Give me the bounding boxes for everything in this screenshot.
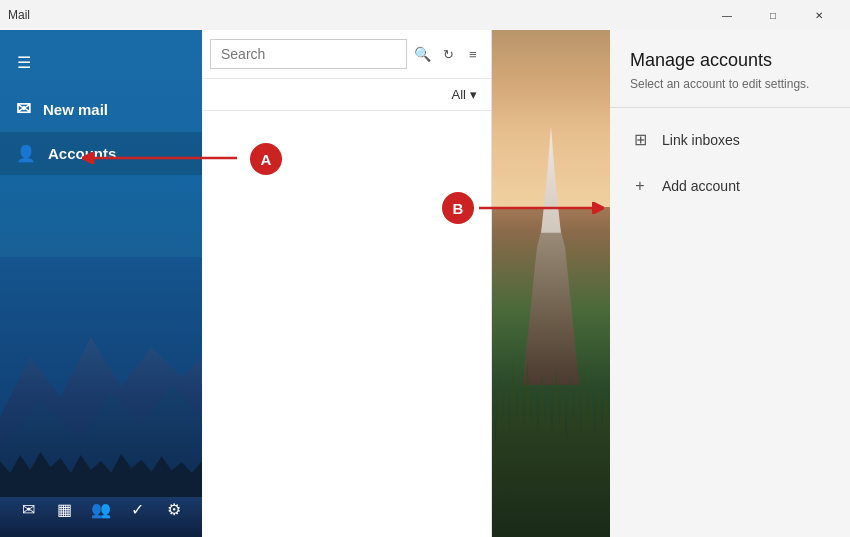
sidebar: ☰ ✉ New mail 👤 Accounts ✉ ▦ 👥 ✓ bbox=[0, 30, 202, 537]
add-account-label: Add account bbox=[662, 178, 740, 194]
annotation-b: B bbox=[442, 192, 474, 224]
search-icon: 🔍 bbox=[414, 46, 431, 62]
app-body: ☰ ✉ New mail 👤 Accounts ✉ ▦ 👥 ✓ bbox=[0, 30, 850, 537]
search-button[interactable]: 🔍 bbox=[411, 38, 434, 70]
titlebar: Mail — □ ✕ bbox=[0, 0, 850, 30]
more-button[interactable]: ≡ bbox=[463, 40, 483, 68]
add-account-icon: + bbox=[630, 177, 650, 195]
hamburger-button[interactable]: ☰ bbox=[0, 38, 48, 86]
manage-accounts-subtitle: Select an account to edit settings. bbox=[610, 77, 850, 107]
app-title: Mail bbox=[8, 8, 30, 22]
calendar-nav-button[interactable]: ▦ bbox=[46, 490, 82, 530]
annotation-a: A bbox=[250, 143, 282, 175]
mail-nav-button[interactable]: ✉ bbox=[10, 490, 46, 530]
filter-label: All bbox=[452, 87, 466, 102]
dropdown-icon: ▾ bbox=[470, 87, 477, 102]
search-input[interactable] bbox=[210, 39, 407, 69]
minimize-button[interactable]: — bbox=[704, 0, 750, 30]
new-mail-button[interactable]: ✉ New mail bbox=[0, 86, 202, 132]
filter-button[interactable]: All ▾ bbox=[446, 83, 483, 106]
manage-accounts-title: Manage accounts bbox=[610, 30, 850, 77]
search-bar: 🔍 ↻ ≡ bbox=[202, 30, 491, 79]
tasks-nav-button[interactable]: ✓ bbox=[119, 490, 155, 530]
people-icon: 👥 bbox=[91, 500, 111, 519]
filter-row: All ▾ bbox=[202, 79, 491, 111]
close-button[interactable]: ✕ bbox=[796, 0, 842, 30]
right-panel bbox=[492, 30, 610, 537]
new-mail-icon: ✉ bbox=[16, 98, 31, 120]
arrow-b bbox=[474, 202, 604, 214]
arrow-a bbox=[82, 152, 242, 164]
sidebar-bottom: ✉ ▦ 👥 ✓ ⚙ bbox=[0, 482, 202, 537]
middle-panel: 🔍 ↻ ≡ All ▾ bbox=[202, 30, 492, 537]
more-icon: ≡ bbox=[469, 47, 477, 62]
refresh-button[interactable]: ↻ bbox=[438, 40, 458, 68]
settings-icon: ⚙ bbox=[167, 500, 181, 519]
tasks-icon: ✓ bbox=[131, 500, 144, 519]
new-mail-label: New mail bbox=[43, 101, 108, 118]
landscape-image bbox=[492, 30, 610, 537]
people-nav-button[interactable]: 👥 bbox=[83, 490, 119, 530]
divider bbox=[610, 107, 850, 108]
link-inboxes-button[interactable]: ⊞ Link inboxes bbox=[610, 116, 850, 163]
titlebar-left: Mail bbox=[8, 8, 30, 22]
maximize-button[interactable]: □ bbox=[750, 0, 796, 30]
mail-list bbox=[202, 111, 491, 537]
calendar-icon: ▦ bbox=[57, 500, 72, 519]
manage-accounts-panel: Manage accounts Select an account to edi… bbox=[610, 30, 850, 537]
refresh-icon: ↻ bbox=[443, 47, 454, 62]
link-inboxes-label: Link inboxes bbox=[662, 132, 740, 148]
accounts-icon: 👤 bbox=[16, 144, 36, 163]
mail-icon: ✉ bbox=[22, 500, 35, 519]
settings-nav-button[interactable]: ⚙ bbox=[156, 490, 192, 530]
titlebar-controls: — □ ✕ bbox=[704, 0, 842, 30]
link-inboxes-icon: ⊞ bbox=[630, 130, 650, 149]
add-account-button[interactable]: + Add account bbox=[610, 163, 850, 209]
